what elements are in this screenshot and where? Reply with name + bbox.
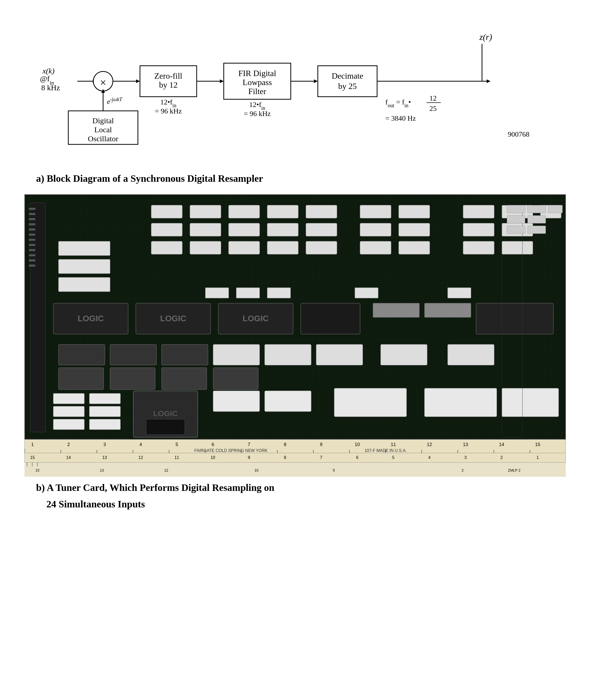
block-diagram-section: z(r) x(k) @fin 8 kHz × Zero-fill by 12 1… (21, 15, 569, 165)
svg-text:10: 10 (355, 442, 360, 447)
svg-rect-28 (463, 205, 494, 218)
svg-rect-101 (29, 265, 35, 267)
svg-rect-76 (54, 406, 84, 417)
svg-text:6: 6 (356, 455, 358, 460)
svg-rect-49 (59, 241, 110, 256)
freq-zero-fill-2: = 96 kHz (155, 107, 182, 115)
input-xk: x(k) (42, 67, 55, 75)
block-diagram-svg: z(r) x(k) @fin 8 kHz × Zero-fill by 12 1… (26, 26, 567, 160)
svg-text:1: 1 (536, 455, 539, 460)
svg-rect-25 (306, 205, 337, 218)
small-ruler: 15 13 12 10 5 2 ZMLP 2 (24, 462, 566, 477)
svg-rect-59 (373, 303, 419, 318)
svg-rect-11 (318, 66, 377, 97)
svg-text:7: 7 (248, 442, 250, 447)
svg-rect-24 (267, 205, 298, 218)
svg-rect-40 (151, 241, 182, 254)
svg-rect-100 (29, 259, 35, 261)
svg-rect-63 (110, 344, 157, 365)
svg-text:8: 8 (284, 455, 286, 460)
svg-rect-94 (29, 229, 35, 231)
svg-rect-77 (89, 406, 120, 417)
fout-value: = 3840 Hz (385, 114, 416, 122)
svg-rect-22 (190, 205, 221, 218)
svg-rect-70 (59, 368, 104, 389)
fir-label-3: Filter (248, 87, 266, 96)
svg-rect-85 (334, 388, 406, 417)
svg-rect-95 (29, 234, 35, 236)
svg-text:LOGIC: LOGIC (160, 314, 186, 323)
svg-rect-35 (306, 223, 337, 236)
svg-rect-66 (265, 344, 311, 365)
svg-marker-13 (487, 79, 491, 83)
svg-text:2: 2 (67, 442, 70, 447)
photo-section: LOGIC LOGIC LOGIC (21, 194, 569, 477)
svg-text:9: 9 (248, 455, 250, 460)
svg-text:12: 12 (426, 442, 432, 447)
svg-rect-97 (29, 244, 35, 246)
svg-rect-68 (381, 344, 427, 365)
fout-numerator: 12 (429, 94, 436, 102)
svg-rect-103 (528, 205, 546, 213)
svg-rect-41 (190, 241, 221, 254)
svg-rect-98 (29, 249, 35, 251)
svg-rect-93 (29, 223, 35, 225)
svg-text:2: 2 (500, 455, 503, 460)
svg-rect-75 (89, 393, 120, 404)
svg-text:5: 5 (333, 468, 335, 472)
svg-rect-86 (424, 388, 497, 417)
svg-text:15: 15 (535, 442, 540, 447)
svg-marker-10 (314, 79, 318, 83)
freq-zero-fill-1: 12•fin (160, 98, 177, 108)
svg-rect-113 (448, 288, 471, 298)
oscillator-exp: e-jωkT (107, 96, 123, 105)
svg-text:1: 1 (31, 442, 33, 447)
svg-rect-44 (306, 241, 337, 254)
svg-text:3: 3 (464, 455, 467, 460)
ruler-svg: 1 2 3 4 5 6 7 8 9 10 11 12 13 14 15 FAIR… (25, 440, 566, 462)
svg-text:15: 15 (30, 455, 35, 460)
svg-text:13: 13 (463, 442, 468, 447)
svg-text:9: 9 (320, 442, 322, 447)
fir-label-1: FIR Digital (238, 69, 276, 78)
input-freq: 8 kHz (41, 83, 60, 92)
svg-rect-102 (507, 205, 525, 213)
svg-rect-164 (24, 462, 566, 477)
svg-rect-67 (316, 344, 363, 365)
svg-text:6: 6 (211, 442, 214, 447)
svg-rect-71 (110, 368, 155, 389)
zero-fill-label: Zero-fill (155, 71, 183, 80)
svg-rect-108 (528, 226, 546, 234)
decimate-label-1: Decimate (332, 71, 364, 80)
fir-label-2: Lowpass (242, 78, 272, 87)
svg-rect-99 (29, 254, 35, 256)
svg-text:4: 4 (428, 455, 430, 460)
svg-rect-26 (360, 205, 391, 218)
svg-text:ZMLP 2: ZMLP 2 (508, 468, 520, 472)
output-label: z(r) (479, 32, 492, 42)
svg-rect-105 (507, 215, 525, 223)
svg-text:14: 14 (66, 455, 71, 460)
svg-rect-47 (463, 241, 494, 254)
decimate-label-2: by 25 (338, 81, 357, 91)
svg-rect-73 (213, 368, 258, 389)
svg-rect-27 (399, 205, 430, 218)
svg-rect-36 (360, 223, 391, 236)
svg-text:2: 2 (462, 468, 464, 472)
svg-text:10: 10 (211, 455, 215, 460)
caption-b-line1: b) A Tuner Card, Which Performs Digital … (36, 482, 569, 493)
fout-denominator: 25 (429, 104, 436, 112)
svg-rect-87 (502, 388, 559, 417)
svg-rect-110 (236, 288, 260, 298)
svg-text:LOGIC: LOGIC (153, 409, 178, 418)
svg-rect-42 (229, 241, 260, 254)
svg-rect-92 (29, 218, 35, 220)
svg-rect-111 (267, 288, 291, 298)
osc-label-1: Digital (92, 116, 114, 125)
circuit-board-photo: LOGIC LOGIC LOGIC (24, 194, 566, 439)
svg-text:LOGIC: LOGIC (242, 314, 269, 323)
svg-rect-43 (267, 241, 298, 254)
osc-label-2: Local (94, 125, 112, 134)
svg-rect-61 (476, 303, 554, 334)
svg-rect-34 (267, 223, 298, 236)
